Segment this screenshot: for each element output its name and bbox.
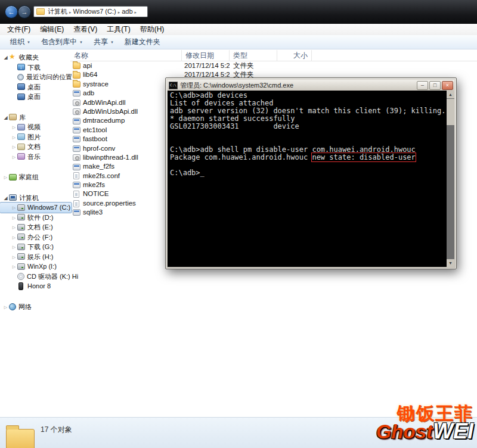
sidebar-item-computer[interactable]: 计算机 [0,193,72,203]
sidebar-item-favorites[interactable]: 收藏夹 [0,52,72,63]
sidebar-item-pictures[interactable]: 图片 [0,132,72,142]
breadcrumb: 计算机Windows7 (C:)adb [33,6,148,17]
expand-arrow-icon[interactable] [11,151,17,163]
expand-arrow-icon[interactable] [2,172,9,183]
sidebar-item-entertainment-h[interactable]: 娱乐 (H:) [0,252,72,262]
close-button[interactable] [442,81,453,90]
sidebar-item-label: 桌面 [27,92,41,102]
recent-icon [17,74,24,80]
sidebar-item-label: 网络 [18,302,32,312]
sidebar-item-honor-8[interactable]: Honor 8 [0,281,72,291]
dll-icon [73,99,80,106]
column-header-size[interactable]: 大小 [277,50,312,61]
sidebar-item-label: 最近访问的位置 [26,72,72,82]
screen: { "breadcrumb": { "segments": ["计算机", "W… [0,0,477,448]
app-icon [73,127,80,133]
drive-icon [17,263,25,270]
cmd-titlebar[interactable]: 管理员: C:\windows\system32\cmd.exe [168,80,454,91]
sidebar-item-network[interactable]: 网络 [0,302,72,312]
file-name: libwinpthread-1.dll [83,153,138,162]
console-scrollbar[interactable] [447,91,454,267]
cmd-title: 管理员: C:\windows\system32\cmd.exe [180,81,414,90]
sidebar-item-label: Windows7 (C:) [27,203,70,213]
column-header-type[interactable]: 类型 [230,50,277,61]
file-name: api [83,61,92,70]
network-icon [9,303,16,310]
sidebar-item-homegroup[interactable]: 家庭组 [0,172,72,182]
sidebar-item-documents-e[interactable]: 文档 (E:) [0,222,72,232]
breadcrumb-segment-1[interactable]: Windows7 (C:) [72,8,117,15]
breadcrumb-separator-icon [69,10,72,14]
share-button[interactable]: 共享 [88,36,119,48]
file-name: systrace [83,80,109,89]
column-header-name[interactable]: 名称 [70,50,182,61]
item-count: 17 个对象 [41,425,72,435]
sidebar-item-office-f[interactable]: 办公 (F:) [0,232,72,242]
scrollbar-thumb[interactable] [447,99,454,125]
sidebar-item-label: 桌面 [27,82,41,92]
doc-icon [73,200,79,207]
doc-icon [73,172,79,179]
sidebar-item-music[interactable]: 音乐 [0,152,72,162]
forward-button[interactable] [18,5,31,18]
download-icon [17,64,25,70]
sidebar-item-label: 下载 [27,63,41,73]
cd-icon [17,273,24,280]
app-icon [73,182,80,188]
sidebar-item-windows7-c[interactable]: Windows7 (C:) [0,203,72,213]
menu-tools[interactable]: 工具(T) [102,24,135,35]
dropdown-arrow-icon [110,41,114,44]
folder-icon-large [6,429,35,448]
sidebar-item-desktop-2[interactable]: 桌面 [0,92,72,102]
column-header-date[interactable]: 修改日期 [182,50,230,61]
sidebar-item-desktop-1[interactable]: 桌面 [0,82,72,92]
organize-button[interactable]: 组织 [5,36,36,48]
expand-arrow-icon[interactable] [11,261,17,272]
file-name: make_f2fs [83,162,114,171]
scroll-down-icon[interactable] [447,259,454,267]
file-row-api[interactable]: api2017/12/14 5:24文件夹 [70,61,477,70]
minimize-button[interactable] [417,81,428,90]
console-text: List of devices attached [170,99,273,107]
sidebar-item-videos[interactable]: 视频 [0,122,72,132]
breadcrumb-segment-2[interactable]: adb [120,8,134,15]
maximize-button[interactable] [429,81,441,90]
menu-edit[interactable]: 编辑(E) [35,24,69,35]
console-output[interactable]: C:\adb>adb devicesList of devices attach… [168,91,447,267]
file-name: adb [83,89,94,98]
toolbar: 组织包含到库中共享新建文件夹 [0,35,477,49]
sidebar-item-winxp-i[interactable]: WinXp (I:) [0,262,72,272]
menu-view[interactable]: 查看(V) [69,24,102,35]
sidebar-item-libraries[interactable]: 库 [0,113,72,123]
menu-file[interactable]: 文件(F) [2,24,35,35]
sidebar-item-downloads[interactable]: 下载 [0,63,72,73]
back-button[interactable] [5,5,18,18]
menu-help[interactable]: 帮助(H) [135,24,169,35]
file-name: dmtracedump [83,116,125,125]
sidebar-item-recent-places[interactable]: 最近访问的位置 [0,72,72,82]
sidebar-item-cd-drive-k[interactable]: CD 驱动器 (K:) Hi [0,272,72,282]
expand-arrow-icon[interactable] [2,301,9,313]
include-in-library-button[interactable]: 包含到库中 [36,36,88,48]
column-header-filler [312,50,477,61]
sidebar-item-documents[interactable]: 文档 [0,142,72,152]
sidebar-item-label: 计算机 [19,193,39,203]
new-folder-button[interactable]: 新建文件夹 [119,36,166,48]
app-icon [73,209,80,216]
file-name: mke2fs.conf [83,172,120,181]
console-text: C:\adb>adb shell pm disable-user com.hua… [170,145,416,154]
sidebar-item-label: 视频 [27,122,41,132]
breadcrumb-segment-0[interactable]: 计算机 [47,8,69,15]
file-name: hprof-conv [83,144,115,153]
collapse-arrow-icon[interactable] [2,112,9,123]
file-name: etc1tool [83,126,107,135]
star-icon [9,54,17,61]
sidebar-item-software-d[interactable]: 软件 (D:) [0,213,72,223]
collapse-arrow-icon[interactable] [2,192,9,204]
scroll-up-icon[interactable] [447,91,454,98]
app-icon [73,90,80,97]
library-icon [9,114,17,120]
collapse-arrow-icon[interactable] [2,52,9,63]
sidebar-item-download-g[interactable]: 下载 (G:) [0,242,72,252]
navigation-pane: 收藏夹下载最近访问的位置桌面桌面库视频图片文档音乐家庭组计算机Windows7 … [0,52,72,417]
